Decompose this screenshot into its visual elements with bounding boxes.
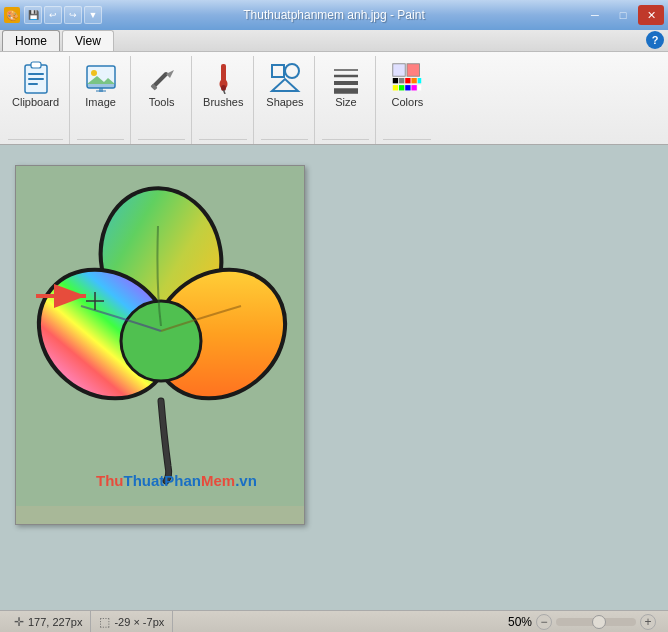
zoom-slider[interactable]: [556, 618, 636, 626]
colors-group-label: [383, 139, 431, 144]
size-icon: [330, 62, 362, 94]
colors-label: Colors: [392, 96, 424, 108]
minimize-button[interactable]: ─: [582, 5, 608, 25]
colors-icon: [391, 62, 423, 94]
brushes-button[interactable]: Brushes: [199, 60, 247, 110]
svg-marker-12: [166, 70, 174, 78]
svg-rect-34: [412, 85, 417, 90]
clipboard-icon: [20, 62, 52, 94]
window-controls: ─ □ ✕: [582, 5, 664, 25]
ribbon-group-clipboard: Clipboard: [2, 56, 70, 144]
cursor-icon: ✛: [14, 615, 24, 629]
svg-rect-1: [31, 62, 41, 68]
image-label: Image: [85, 96, 116, 108]
svg-rect-27: [393, 78, 398, 83]
size-items: Size: [326, 56, 366, 139]
quick-access-toolbar: 💾 ↩ ↪ ▼: [24, 6, 102, 24]
zoom-percent: 50%: [508, 615, 532, 629]
colors-items: Colors: [387, 56, 427, 139]
zoom-out-button[interactable]: −: [536, 614, 552, 630]
brushes-label: Brushes: [203, 96, 243, 108]
clipboard-label: Clipboard: [12, 96, 59, 108]
colors-button[interactable]: Colors: [387, 60, 427, 110]
svg-rect-25: [393, 64, 405, 76]
svg-point-47: [121, 301, 201, 381]
maximize-button[interactable]: □: [610, 5, 636, 25]
ribbon-group-colors: Colors: [377, 56, 437, 144]
svg-rect-33: [406, 85, 411, 90]
tools-items: Tools: [142, 56, 182, 139]
qa-dropdown[interactable]: ▼: [84, 6, 102, 24]
svg-point-19: [285, 64, 299, 78]
svg-rect-35: [418, 78, 422, 83]
selection-size: ⬚ -29 × -7px: [91, 611, 173, 632]
image-button[interactable]: Image: [81, 60, 121, 110]
selection-icon: ⬚: [99, 615, 110, 629]
shapes-label: Shapes: [266, 96, 303, 108]
status-bar: ✛ 177, 227px ⬚ -29 × -7px 50% − +: [0, 610, 668, 632]
ribbon-group-shapes: Shapes: [255, 56, 315, 144]
svg-rect-28: [399, 78, 404, 83]
svg-rect-32: [399, 85, 404, 90]
tools-icon: [146, 62, 178, 94]
shapes-icon: [269, 62, 301, 94]
size-button[interactable]: Size: [326, 60, 366, 110]
svg-rect-29: [406, 78, 411, 83]
brushes-items: Brushes: [199, 56, 247, 139]
zoom-in-button[interactable]: +: [640, 614, 656, 630]
ribbon-group-image: Image: [71, 56, 131, 144]
qa-redo[interactable]: ↪: [64, 6, 82, 24]
svg-rect-8: [87, 84, 115, 88]
canvas-document[interactable]: ThuThuatPhanMem.vn: [15, 165, 305, 525]
svg-line-17: [224, 90, 226, 94]
brushes-icon: [207, 62, 239, 94]
selection-dims: -29 × -7px: [114, 616, 164, 628]
svg-rect-31: [393, 85, 398, 90]
tools-label: Tools: [149, 96, 175, 108]
shapes-group-label: [261, 139, 308, 144]
zoom-slider-thumb[interactable]: [592, 615, 606, 629]
cursor-coords: 177, 227px: [28, 616, 82, 628]
ribbon-container: Home View ? Clipboard: [0, 30, 668, 145]
svg-rect-26: [407, 64, 419, 76]
svg-rect-30: [412, 78, 417, 83]
tools-button[interactable]: Tools: [142, 60, 182, 110]
qa-save[interactable]: 💾: [24, 6, 42, 24]
ribbon-group-tools: Tools: [132, 56, 192, 144]
window-title: Thuthuatphanmem anh.jpg - Paint: [243, 8, 424, 22]
svg-line-11: [154, 74, 166, 86]
title-bar-left: 🎨 💾 ↩ ↪ ▼: [4, 6, 102, 24]
ribbon-tab-bar: Home View ?: [0, 30, 668, 52]
main-canvas-area: ThuThuatPhanMem.vn: [0, 145, 668, 613]
svg-rect-2: [28, 73, 44, 75]
title-bar: 🎨 💾 ↩ ↪ ▼ Thuthuatphanmem anh.jpg - Pain…: [0, 0, 668, 30]
image-icon: [85, 62, 117, 94]
svg-rect-36: [418, 85, 422, 90]
size-label: Size: [335, 96, 356, 108]
svg-rect-3: [28, 78, 44, 80]
svg-marker-20: [272, 79, 298, 91]
app-icon: 🎨: [4, 7, 20, 23]
svg-rect-10: [96, 90, 106, 92]
clipboard-button[interactable]: Clipboard: [8, 60, 63, 110]
help-button[interactable]: ?: [646, 31, 664, 49]
size-group-label: [322, 139, 369, 144]
shapes-button[interactable]: Shapes: [262, 60, 307, 110]
svg-rect-4: [28, 83, 38, 85]
image-items: Image: [81, 56, 121, 139]
brushes-group-label: [199, 139, 247, 144]
svg-text:ThuThuatPhanMem.vn: ThuThuatPhanMem.vn: [96, 472, 257, 489]
svg-point-6: [91, 70, 97, 76]
crosshair-cursor: [86, 292, 104, 310]
ribbon: Clipboard: [0, 52, 668, 144]
tab-home[interactable]: Home: [2, 30, 60, 51]
close-button[interactable]: ✕: [638, 5, 664, 25]
svg-rect-18: [272, 65, 284, 77]
zoom-area: 50% − +: [508, 614, 662, 630]
tab-view[interactable]: View: [62, 30, 114, 51]
clover-image: ThuThuatPhanMem.vn: [16, 166, 305, 506]
ribbon-group-size: Size: [316, 56, 376, 144]
qa-undo[interactable]: ↩: [44, 6, 62, 24]
ribbon-group-brushes: Brushes: [193, 56, 254, 144]
clipboard-group-label: [8, 139, 63, 144]
